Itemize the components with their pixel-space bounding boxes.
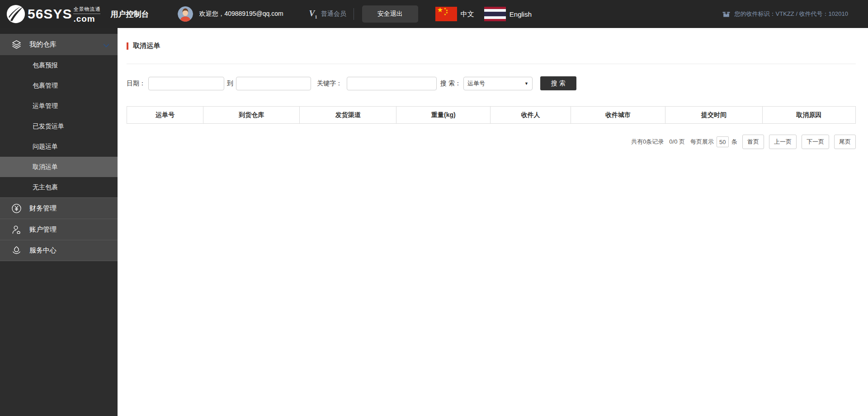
main-content: 取消运单 日期： 到 关键字： 搜 索： 运单号 ▼ 搜 索 xyxy=(118,28,868,416)
search-form: 日期： 到 关键字： 搜 索： 运单号 ▼ 搜 索 xyxy=(127,76,856,90)
per-page-input[interactable] xyxy=(717,136,729,147)
welcome-text: 欢迎您，409889195@qq.com xyxy=(199,10,283,18)
sidebar-top-gap xyxy=(0,28,118,34)
sidebar-item-account-management[interactable]: 账户管理 xyxy=(0,219,118,240)
brand-tagline: 全景物流通 xyxy=(73,6,100,14)
sidebar: 我的仓库 包裹预报 包裹管理 运单管理 已发货运单 问题运单 取消运单 无主包裹 xyxy=(0,28,118,416)
col-arrival-warehouse: 到货仓库 xyxy=(203,107,300,124)
next-page-button[interactable]: 下一页 xyxy=(802,135,829,149)
search-type-select-wrap: 运单号 ▼ xyxy=(463,77,533,90)
col-recipient-city: 收件城市 xyxy=(571,107,665,124)
chevron-down-icon xyxy=(103,42,109,46)
v1-badge-icon: V1 xyxy=(309,9,317,19)
console-title: 用户控制台 xyxy=(110,9,149,19)
sidebar-item-shipped-waybills[interactable]: 已发货运单 xyxy=(0,116,118,136)
header-divider xyxy=(354,8,354,20)
sidebar-submenu: 包裹预报 包裹管理 运单管理 已发货运单 问题运单 取消运单 无主包裹 xyxy=(0,55,118,197)
sidebar-item-label: 我的仓库 xyxy=(29,40,57,49)
china-flag-icon: ★★★★★ xyxy=(435,7,457,21)
sidebar-item-unclaimed-packages[interactable]: 无主包裹 xyxy=(0,177,118,197)
layers-icon xyxy=(11,39,22,50)
sidebar-item-finance-management[interactable]: 财务管理 xyxy=(0,197,118,219)
sidebar-bottom-group: 财务管理 账户管理 服 xyxy=(0,197,118,261)
col-submit-time: 提交时间 xyxy=(665,107,762,124)
date-from-input[interactable] xyxy=(148,77,224,90)
last-page-button[interactable]: 尾页 xyxy=(834,135,856,149)
logout-button[interactable]: 安全退出 xyxy=(362,5,418,23)
top-header: 56SYS 全景物流通 .com 用户控制台 欢迎您，409889195@qq.… xyxy=(0,0,868,28)
sidebar-item-label: 财务管理 xyxy=(29,204,57,213)
sidebar-item-waybill-management[interactable]: 运单管理 xyxy=(0,96,118,116)
sidebar-item-service-center[interactable]: 服务中心 xyxy=(0,240,118,261)
col-recipient: 收件人 xyxy=(491,107,571,124)
lotus-icon xyxy=(11,245,22,256)
brand-name: 56SYS xyxy=(28,6,72,22)
brand-suffix: 全景物流通 .com xyxy=(73,6,100,24)
total-records-text: 共有0条记录 xyxy=(631,138,664,146)
col-shipping-channel: 发货渠道 xyxy=(300,107,396,124)
sidebar-item-my-warehouse[interactable]: 我的仓库 xyxy=(0,34,118,55)
member-level-label: 普通会员 xyxy=(321,10,346,18)
keyword-input[interactable] xyxy=(347,77,437,90)
date-label: 日期： xyxy=(127,79,146,88)
user-icon xyxy=(11,224,22,235)
col-weight: 重量(kg) xyxy=(396,107,491,124)
sidebar-item-label: 服务中心 xyxy=(29,246,57,255)
keyword-label: 关键字： xyxy=(317,79,342,88)
language-chinese-label: 中文 xyxy=(461,10,474,19)
first-page-button[interactable]: 首页 xyxy=(742,135,764,149)
language-chinese[interactable]: ★★★★★ 中文 xyxy=(435,7,474,21)
brand-tld: .com xyxy=(73,14,100,24)
receiver-info-text: 您的收件标识：VTKZZ / 收件代号：102010 xyxy=(735,10,848,18)
table-header-row: 运单号 到货仓库 发货渠道 重量(kg) 收件人 收件城市 提交时间 取消原因 xyxy=(127,107,856,124)
language-english-label: English xyxy=(509,10,532,18)
sidebar-item-label: 账户管理 xyxy=(29,225,57,234)
language-english[interactable]: English xyxy=(484,7,532,21)
package-icon xyxy=(722,9,731,19)
pagination: 共有0条记录 0/0 页 每页展示 条 首页 上一页 下一页 尾页 xyxy=(127,135,856,149)
search-button[interactable]: 搜 索 xyxy=(540,76,576,90)
search-type-select[interactable]: 运单号 xyxy=(463,77,533,90)
page-count-text: 0/0 页 xyxy=(669,138,685,146)
title-accent-bar xyxy=(127,42,128,50)
date-to-input[interactable] xyxy=(236,77,311,90)
cancelled-waybills-table: 运单号 到货仓库 发货渠道 重量(kg) 收件人 收件城市 提交时间 取消原因 xyxy=(127,106,856,124)
per-page-suffix: 条 xyxy=(731,138,737,146)
prev-page-button[interactable]: 上一页 xyxy=(769,135,797,149)
page-title: 取消运单 xyxy=(133,42,160,50)
sidebar-item-package-management[interactable]: 包裹管理 xyxy=(0,75,118,96)
yen-circle-icon xyxy=(11,203,22,214)
receiver-info: 您的收件标识：VTKZZ / 收件代号：102010 xyxy=(722,9,848,19)
sidebar-item-package-forecast[interactable]: 包裹预报 xyxy=(0,55,118,75)
page-title-row: 取消运单 xyxy=(127,28,856,64)
thailand-flag-icon xyxy=(484,7,506,21)
search-by-label: 搜 索： xyxy=(440,79,461,88)
logo-icon xyxy=(6,5,25,23)
per-page-prefix: 每页展示 xyxy=(690,138,714,146)
user-avatar[interactable] xyxy=(178,6,193,22)
col-waybill-no: 运单号 xyxy=(127,107,203,124)
date-to-label: 到 xyxy=(227,79,233,88)
sidebar-item-cancelled-waybills[interactable]: 取消运单 xyxy=(0,157,118,177)
col-cancel-reason: 取消原因 xyxy=(762,107,855,124)
sidebar-item-problem-waybills[interactable]: 问题运单 xyxy=(0,136,118,157)
